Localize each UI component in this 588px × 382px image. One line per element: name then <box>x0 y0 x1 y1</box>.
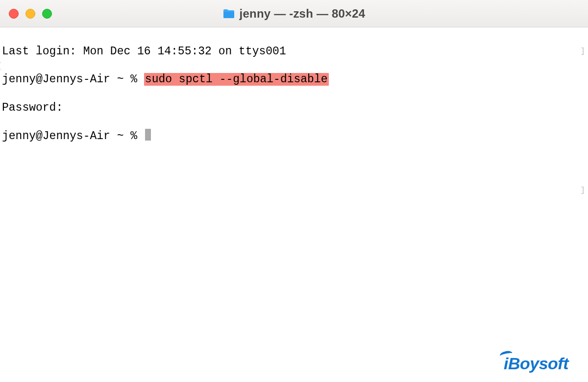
decorative-bracket: ] <box>580 186 585 195</box>
prompt-line-1: jenny@Jennys-Air ~ % sudo spctl --global… <box>2 72 586 87</box>
minimize-button[interactable] <box>25 9 35 19</box>
prompt-prefix: jenny@Jennys-Air ~ % <box>2 73 144 86</box>
prompt-line-2: jenny@Jennys-Air ~ % <box>2 129 586 143</box>
password-line: Password: <box>2 101 586 115</box>
decorative-bracket: ] <box>580 47 585 56</box>
entered-command: sudo spctl --global-disable <box>144 73 329 86</box>
traffic-lights <box>9 9 52 19</box>
maximize-button[interactable] <box>42 9 52 19</box>
window-titlebar: jenny — -zsh — 80×24 <box>0 0 588 27</box>
folder-icon <box>223 9 235 19</box>
title-wrap: jenny — -zsh — 80×24 <box>0 7 588 21</box>
prompt-prefix: jenny@Jennys-Air ~ % <box>2 130 144 143</box>
window-title: jenny — -zsh — 80×24 <box>240 7 366 21</box>
last-login-line: Last login: Mon Dec 16 14:55:32 on ttys0… <box>2 45 586 59</box>
decorative-bracket: [ <box>0 62 2 71</box>
close-button[interactable] <box>9 9 19 19</box>
cursor-block-icon <box>145 129 151 141</box>
watermark-text: iBoysoft <box>504 354 568 373</box>
watermark-logo: iBoysoft <box>504 354 568 373</box>
terminal-content[interactable]: Last login: Mon Dec 16 14:55:32 on ttys0… <box>0 27 588 158</box>
